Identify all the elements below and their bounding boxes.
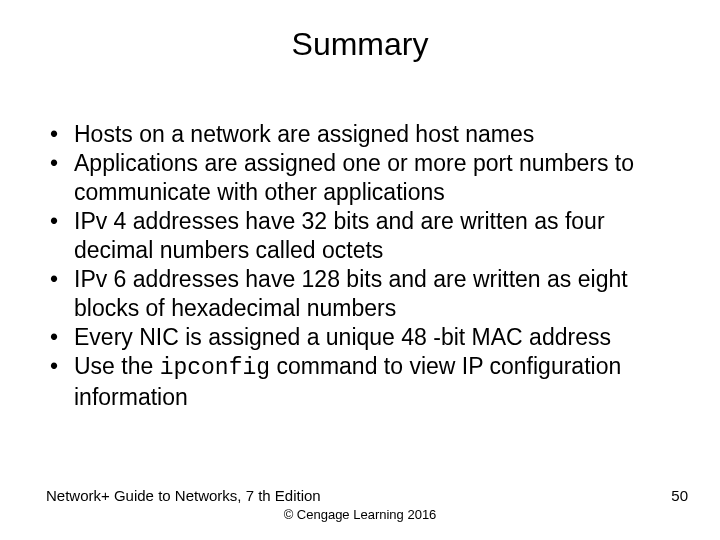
list-item: Every NIC is assigned a unique 48 -bit M… bbox=[46, 323, 680, 352]
list-item: Use the ipconfig command to view IP conf… bbox=[46, 352, 680, 412]
bullet-text: Hosts on a network are assigned host nam… bbox=[74, 121, 534, 147]
slide-body: Hosts on a network are assigned host nam… bbox=[46, 120, 680, 412]
slide: Summary Hosts on a network are assigned … bbox=[0, 0, 720, 540]
footer-copyright: © Cengage Learning 2016 bbox=[0, 507, 720, 522]
bullet-text-pre: Use the bbox=[74, 353, 160, 379]
footer-page-number: 50 bbox=[671, 487, 688, 504]
bullet-text: Applications are assigned one or more po… bbox=[74, 150, 634, 205]
command-text: ipconfig bbox=[160, 355, 270, 381]
list-item: Applications are assigned one or more po… bbox=[46, 149, 680, 207]
bullet-text: IPv 6 addresses have 128 bits and are wr… bbox=[74, 266, 628, 321]
list-item: Hosts on a network are assigned host nam… bbox=[46, 120, 680, 149]
footer-book-title: Network+ Guide to Networks, 7 th Edition bbox=[46, 487, 321, 504]
list-item: IPv 6 addresses have 128 bits and are wr… bbox=[46, 265, 680, 323]
bullet-list: Hosts on a network are assigned host nam… bbox=[46, 120, 680, 412]
slide-title: Summary bbox=[0, 26, 720, 63]
bullet-text: Every NIC is assigned a unique 48 -bit M… bbox=[74, 324, 611, 350]
bullet-text: IPv 4 addresses have 32 bits and are wri… bbox=[74, 208, 605, 263]
list-item: IPv 4 addresses have 32 bits and are wri… bbox=[46, 207, 680, 265]
